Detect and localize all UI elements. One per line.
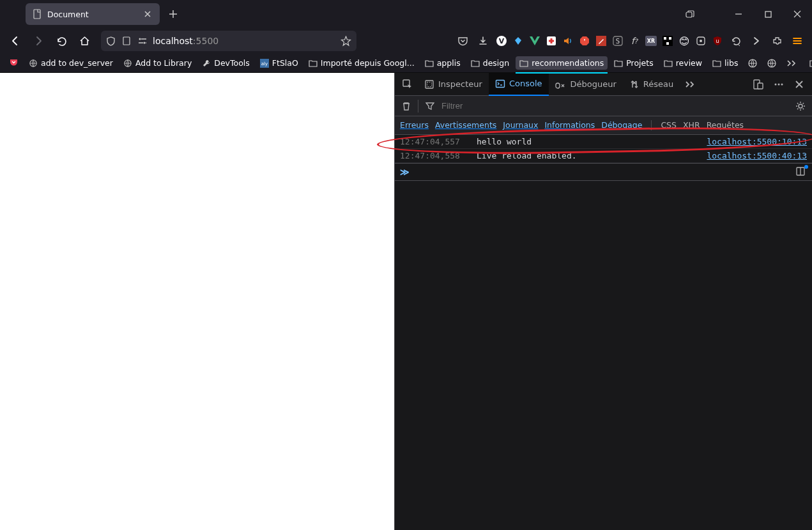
clear-console-button[interactable] — [399, 98, 414, 114]
filter-debogage[interactable]: Débogage — [601, 120, 642, 130]
bm-recommendations[interactable]: recommendations — [516, 56, 608, 70]
tab-inspecteur[interactable]: Inspecteur — [418, 73, 489, 96]
extensions-icon[interactable] — [767, 31, 786, 51]
close-window-button[interactable] — [783, 0, 812, 28]
forward-button[interactable] — [28, 31, 49, 51]
folder-icon — [809, 59, 812, 67]
close-devtools-button[interactable] — [789, 73, 809, 96]
bm-importe[interactable]: Importé depuis Googl... — [305, 56, 418, 70]
console-input-row[interactable]: ≫ — [395, 163, 812, 181]
bm-label: libs — [724, 58, 738, 68]
ext-icon-s[interactable]: S — [610, 33, 625, 49]
browser-tab[interactable]: Document — [26, 3, 160, 25]
filter-avertissements[interactable]: Avertissements — [435, 120, 496, 130]
bm-label: design — [483, 58, 509, 68]
address-bar[interactable]: localhost:5500 — [101, 31, 356, 51]
console-filter-input[interactable] — [441, 101, 789, 111]
chevrons-right-icon — [786, 59, 797, 67]
bm-projets[interactable]: Projets — [610, 56, 657, 70]
svg-rect-16 — [669, 37, 671, 40]
bm-globe2[interactable] — [763, 57, 780, 70]
bm-applis[interactable]: applis — [421, 56, 464, 70]
downloads-icon[interactable] — [473, 31, 493, 51]
svg-rect-1 — [686, 12, 692, 17]
ext-icon-fquestion[interactable]: f? — [627, 33, 642, 49]
ext-icon-diamond[interactable] — [510, 33, 526, 49]
ext-icon-xr[interactable]: XR — [643, 33, 659, 49]
log-message: hello world — [477, 137, 707, 146]
bm-libs[interactable]: libs — [709, 56, 742, 70]
ext-icon-v-circle[interactable]: V — [494, 33, 509, 49]
bm-globe1[interactable] — [744, 57, 761, 70]
log-source-link[interactable]: localhost:5500:10:13 — [707, 137, 807, 146]
filter-css[interactable]: CSS — [661, 120, 677, 130]
filter-icon — [422, 98, 438, 114]
page-info-icon[interactable] — [122, 36, 131, 45]
ext-icon-speaker[interactable] — [560, 33, 576, 49]
shield-icon[interactable] — [106, 36, 116, 46]
close-tab-button[interactable] — [142, 8, 153, 20]
minimize-button[interactable] — [724, 0, 753, 28]
reload-button[interactable] — [51, 31, 72, 51]
filter-erreurs[interactable]: Erreurs — [400, 120, 429, 130]
ext-icon-pixel[interactable] — [660, 33, 675, 49]
ext-icon-box[interactable] — [693, 33, 709, 49]
back-button[interactable] — [5, 31, 26, 51]
bm-label: review — [676, 58, 702, 68]
filter-informations[interactable]: Informations — [544, 120, 595, 130]
page-body — [0, 73, 394, 530]
bm-label: Importé depuis Googl... — [321, 58, 415, 68]
bm-review[interactable]: review — [660, 56, 706, 70]
tabs-overflow-button[interactable] — [680, 73, 700, 96]
bm-autres[interactable]: Autres marque-pages — [806, 56, 812, 70]
tab-reseau[interactable]: Réseau — [623, 73, 680, 96]
ext-icon-emoji[interactable]: 😊 — [677, 33, 692, 49]
maximize-button[interactable] — [753, 0, 783, 28]
wrench-icon — [202, 59, 211, 68]
folder-icon — [471, 59, 480, 67]
log-row: 12:47:04,557 hello world localhost:5500:… — [395, 135, 812, 149]
ext-icon-stop[interactable] — [577, 33, 592, 49]
bm-label: DevTools — [214, 58, 250, 68]
bm-devtools[interactable]: DevTools — [198, 56, 254, 70]
bm-pocket[interactable] — [5, 56, 22, 70]
new-tab-button[interactable] — [164, 4, 183, 24]
folder-icon — [425, 59, 434, 67]
svg-rect-17 — [666, 42, 669, 45]
filter-requetes[interactable]: Requêtes — [707, 120, 744, 130]
more-options-button[interactable] — [769, 73, 789, 96]
tab-label: Console — [509, 79, 542, 88]
tab-console[interactable]: Console — [489, 73, 549, 96]
home-button[interactable] — [74, 31, 95, 51]
log-message: Live reload enabled. — [477, 151, 707, 160]
ext-icon-medical[interactable] — [544, 33, 559, 49]
bm-ftslao[interactable]: alyFtSlaO — [256, 56, 302, 70]
ext-icon-vue[interactable] — [527, 33, 542, 49]
app-menu-icon[interactable] — [788, 31, 807, 51]
ext-icon-pencil[interactable] — [594, 33, 609, 49]
bookmark-star-icon[interactable] — [341, 36, 351, 47]
permissions-icon[interactable] — [137, 36, 148, 45]
console-settings-button[interactable] — [793, 98, 808, 114]
bm-add-lib[interactable]: Add to Library — [119, 56, 195, 70]
overflow-icon[interactable] — [747, 31, 766, 51]
svg-text:XR: XR — [647, 38, 655, 44]
bm-design[interactable]: design — [467, 56, 513, 70]
ext-icon-ublock[interactable]: u — [710, 33, 725, 49]
restore-down-alt-icon[interactable] — [675, 0, 705, 28]
svg-point-35 — [778, 83, 780, 85]
bm-overflow[interactable] — [783, 58, 801, 69]
responsive-mode-button[interactable] — [748, 73, 769, 96]
log-source-link[interactable]: localhost:5500:40:13 — [707, 151, 807, 160]
filter-xhr[interactable]: XHR — [683, 120, 700, 130]
editor-toggle-button[interactable] — [795, 166, 807, 178]
filter-journaux[interactable]: Journaux — [503, 120, 538, 130]
tab-debogueur[interactable]: Débogueur — [549, 73, 623, 96]
bm-add-dev[interactable]: add to dev_server — [25, 56, 117, 70]
content-area: Inspecteur Console Débogueur Réseau Erre… — [0, 73, 812, 530]
inspect-element-button[interactable] — [397, 73, 418, 96]
bm-label: add to dev_server — [41, 58, 113, 68]
ext-icon-refresh-alt[interactable] — [726, 31, 746, 51]
pocket-icon[interactable] — [453, 31, 472, 51]
svg-text:aly: aly — [261, 61, 268, 66]
